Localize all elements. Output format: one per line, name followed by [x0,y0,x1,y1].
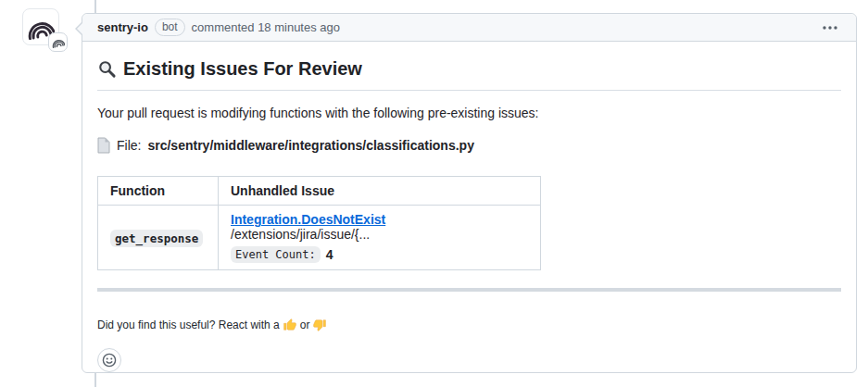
comment-timestamp-link[interactable]: commented 18 minutes ago [192,20,340,34]
column-header-function: Function [98,177,219,206]
issue-cell: Integration.DoesNotExist /extensions/jir… [219,206,541,270]
function-cell: get_response [98,206,219,270]
thumbs-up-icon [283,318,296,331]
table-header-row: Function Unhandled Issue [98,177,541,206]
issue-title-line: Integration.DoesNotExist /extensions/jir… [231,212,528,242]
file-path: src/sentry/middleware/integrations/class… [147,136,473,155]
event-count-value: 4 [326,247,333,262]
author-link[interactable]: sentry-io [97,20,148,34]
comment-header: sentry-io bot commented 18 minutes ago [82,14,856,42]
column-header-unhandled-issue: Unhandled Issue [219,177,541,206]
kebab-menu-button[interactable] [819,22,841,33]
comment-card: sentry-io bot commented 18 minutes ago E… [82,13,857,373]
kebab-horizontal-icon [823,26,837,30]
footer-prompt-text: Did you find this useful? React with a [97,318,280,331]
smiley-icon [102,353,117,368]
file-label: File: [117,136,141,155]
timeline-line-top [94,0,96,13]
add-reaction-button[interactable] [97,348,121,372]
issues-table: Function Unhandled Issue get_response In… [97,176,541,270]
intro-text: Your pull request is modifying functions… [97,106,841,121]
table-row: get_response Integration.DoesNotExist /e… [98,206,541,270]
bot-badge: bot [155,19,185,36]
issue-location: /extensions/jira/issue/{... [231,227,370,242]
file-line: File: src/sentry/middleware/integrations… [97,136,841,155]
event-count-label-code: Event Count: [231,246,321,263]
function-name-code: get_response [110,230,203,247]
avatar-bot-badge [48,32,68,52]
footer-prompt-or: or [300,318,310,331]
section-title: Existing Issues For Review [97,56,841,91]
section-title-text: Existing Issues For Review [123,56,362,81]
footer-prompt: Did you find this useful? React with a o… [97,318,841,331]
issue-link[interactable]: Integration.DoesNotExist [231,212,385,227]
magnifying-glass-icon [97,59,117,79]
thumbs-down-icon [313,318,326,331]
page-facing-up-icon [97,137,110,154]
event-count-line: Event Count: 4 [231,246,528,263]
divider [97,288,841,292]
comment-body: Existing Issues For Review Your pull req… [82,42,856,384]
sentry-bot-avatar[interactable] [22,8,59,45]
